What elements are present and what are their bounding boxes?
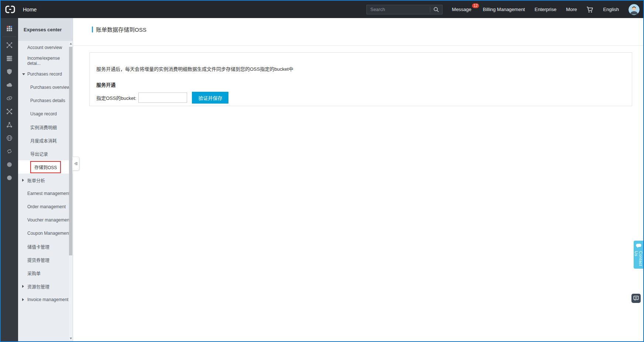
sidebar-item-cn-18[interactable]: 资源包管理 (18, 280, 73, 293)
sidebar-item-label: 月度成本消耗 (30, 137, 57, 144)
status-dot-icon[interactable] (1, 158, 18, 171)
more-link[interactable]: More (566, 7, 577, 12)
app-body: Expenses center Account overviewIncome/e… (1, 18, 643, 341)
oss-settings-card: 服务开通后，每天会将增量的实例消费明细数据生成文件同步存储到您的OSS指定的bu… (89, 52, 632, 106)
chevron-right-icon (22, 298, 24, 301)
sidebar-title: Expenses center (18, 18, 73, 41)
search-box (366, 5, 442, 14)
sidebar-item-cn-10[interactable]: 账单分析 (18, 174, 73, 187)
status-dot-2-icon[interactable] (1, 171, 18, 184)
cloud-disk-icon[interactable] (1, 91, 18, 105)
sidebar-item-label: Purchases overview (30, 85, 70, 90)
sidebar-item-usage-record[interactable]: Usage record (18, 107, 73, 121)
topbar: Home Message 12 Billing Management Enter… (1, 1, 643, 18)
sidebar-item-order-management[interactable]: Order management (18, 200, 73, 213)
icon-rail (1, 18, 18, 341)
security-icon[interactable] (1, 65, 18, 78)
contact-us-tab[interactable]: Contact Us (634, 241, 643, 269)
cross-nodes-icon[interactable] (1, 105, 18, 118)
sidebar-item-label: Invoice management (27, 297, 68, 302)
topology-icon[interactable] (1, 38, 18, 52)
sidebar-item-invoice-management[interactable]: Invoice management (18, 293, 73, 306)
sidebar-item-income-expense-detai[interactable]: Income/expense detai... (18, 54, 73, 67)
sidebar-item-purchases-record[interactable]: Purchases record (18, 67, 73, 81)
sidebar-item-label: Income/expense detai... (27, 56, 73, 66)
sidebar-item-account-overview[interactable]: Account overview (18, 41, 73, 54)
service-activation-title: 服务开通 (96, 81, 632, 88)
title-accent-bar (92, 27, 93, 32)
bucket-input[interactable] (138, 93, 187, 103)
sidebar-item-cn-7[interactable]: 月度成本消耗 (18, 134, 73, 147)
sidebar-item-label-annotated: 存储到OSS (30, 161, 61, 173)
sidebar-item-label: Order management (27, 204, 66, 209)
sidebar-item-cn-16[interactable]: 提货券管理 (18, 253, 73, 266)
sidebar-item-purchases-overview[interactable]: Purchases overview (18, 81, 73, 94)
home-link[interactable]: Home (23, 7, 37, 13)
app-window: Home Message 12 Billing Management Enter… (0, 0, 644, 342)
main-content: 账单数据存储到OSS 服务开通后，每天会将增量的实例消费明细数据生成文件同步存储… (73, 18, 643, 341)
alibaba-cloud-logo-icon[interactable] (5, 6, 15, 13)
header-divider (73, 45, 643, 46)
message-label: Message (452, 7, 472, 12)
sidebar-item-label: Voucher management (27, 217, 70, 223)
sidebar-item-cn-17[interactable]: 采购单 (18, 266, 73, 280)
sidebar-item-cn-8[interactable]: 导出记录 (18, 147, 73, 160)
page-title: 账单数据存储到OSS (96, 25, 147, 33)
cloud-sync-icon[interactable] (1, 144, 18, 158)
sidebar-item-purchases-details[interactable]: Purchases details (18, 94, 73, 107)
sidebar-scrollbar (69, 42, 72, 340)
scroll-down-arrow-icon[interactable] (69, 336, 72, 340)
sidebar-menu: Account overviewIncome/expense detai...P… (18, 41, 73, 306)
sidebar-item-voucher-management[interactable]: Voucher management (18, 213, 73, 227)
sidebar-item-label: Earnest management (27, 191, 70, 196)
sidebar-item-cn-15[interactable]: 储值卡管理 (18, 240, 73, 253)
sidebar-item-label: 账单分析 (27, 177, 45, 184)
search-input[interactable] (367, 7, 430, 12)
sidebar-item-oss[interactable]: 存储到OSS (18, 160, 73, 174)
cloud-icon[interactable] (1, 78, 18, 91)
sidebar-item-label: 提货券管理 (27, 257, 49, 263)
sidebar-item-label: Purchases details (30, 98, 65, 103)
sidebar-item-label: Account overview (27, 45, 62, 50)
sidebar-item-coupon-management[interactable]: Coupon Management (18, 227, 73, 240)
sidebar-item-earnest-management[interactable]: Earnest management (18, 187, 73, 200)
service-description: 服务开通后，每天会将增量的实例消费明细数据生成文件同步存储到您的OSS指定的bu… (96, 65, 632, 72)
billing-management-link[interactable]: Billing Management (483, 7, 525, 12)
message-count-badge: 12 (472, 3, 479, 8)
avatar[interactable] (628, 4, 640, 15)
chat-bubble-icon (636, 243, 642, 250)
chevron-right-icon (22, 179, 24, 182)
chat-widget-icon[interactable] (631, 294, 641, 303)
enterprise-link[interactable]: Enterprise (534, 7, 556, 12)
scrollbar-thumb[interactable] (69, 47, 72, 255)
scroll-up-arrow-icon[interactable] (69, 42, 72, 45)
sidebar-item-label: 实例消费明细 (30, 124, 57, 130)
sidebar-item-label: 采购单 (27, 270, 41, 276)
cluster-icon[interactable] (1, 118, 18, 131)
bucket-form-row: 指定OSS的bucket: 验证并保存 (96, 92, 632, 104)
verify-save-button[interactable]: 验证并保存 (192, 92, 228, 104)
language-link[interactable]: English (603, 7, 619, 12)
search-icon[interactable] (430, 5, 442, 14)
sidebar-item-label: 储值卡管理 (27, 244, 49, 250)
contact-us-label: Contact Us (634, 251, 643, 269)
message-link[interactable]: Message 12 (452, 7, 472, 12)
chevron-down-icon (22, 73, 25, 75)
server-icon[interactable] (1, 52, 18, 65)
sidebar-item-label: 导出记录 (30, 151, 48, 157)
sidebar: Expenses center Account overviewIncome/e… (18, 18, 73, 341)
page-header: 账单数据存储到OSS (73, 18, 643, 33)
icon-rail-list (1, 18, 18, 184)
sidebar-item-cn-6[interactable]: 实例消费明细 (18, 121, 73, 134)
sidebar-item-label: 资源包管理 (27, 283, 49, 290)
sidebar-collapse-handle[interactable] (73, 157, 79, 171)
apps-grid-icon[interactable] (1, 22, 18, 35)
chevron-right-icon (22, 285, 24, 288)
sidebar-item-label: Purchases record (27, 71, 62, 77)
topbar-nav: Message 12 Billing Management Enterprise… (452, 4, 640, 15)
cart-icon[interactable] (586, 6, 593, 13)
bucket-label: 指定OSS的bucket: (96, 94, 136, 101)
sidebar-item-label: Coupon Management (27, 231, 70, 236)
globe-icon[interactable] (1, 131, 18, 144)
sidebar-item-label: Usage record (30, 111, 57, 116)
